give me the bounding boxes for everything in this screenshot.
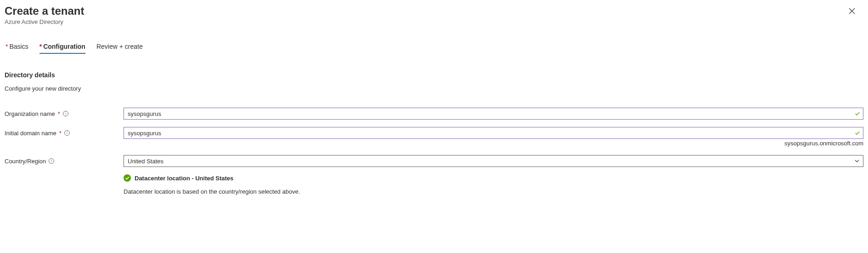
required-indicator: * <box>59 130 62 137</box>
section-description: Configure your new directory <box>5 85 863 92</box>
country-region-select[interactable] <box>124 155 863 167</box>
close-button[interactable] <box>844 6 860 16</box>
close-icon <box>849 8 855 14</box>
info-icon[interactable]: i <box>49 158 54 164</box>
info-icon[interactable]: i <box>64 130 70 136</box>
initial-domain-name-input[interactable] <box>124 127 863 139</box>
tab-configuration[interactable]: *Configuration <box>39 43 85 54</box>
domain-name-helper: sysopsgurus.onmicrosoft.com <box>5 140 863 147</box>
info-icon[interactable]: i <box>63 111 68 116</box>
section-title: Directory details <box>5 71 863 79</box>
datacenter-location-status: Datacenter location - United States <box>135 175 233 182</box>
page-title: Create a tenant <box>5 5 84 17</box>
organization-name-input[interactable] <box>124 108 863 120</box>
tab-review-create[interactable]: Review + create <box>96 43 143 54</box>
required-indicator: * <box>39 43 42 50</box>
country-region-label: Country/Region <box>5 158 46 165</box>
tab-configuration-label: Configuration <box>43 43 85 50</box>
required-indicator: * <box>6 43 8 50</box>
tab-bar: *Basics *Configuration Review + create <box>5 43 863 54</box>
datacenter-location-note: Datacenter location is based on the coun… <box>124 188 863 195</box>
tab-basics[interactable]: *Basics <box>6 43 28 54</box>
page-subtitle: Azure Active Directory <box>5 18 84 25</box>
organization-name-label: Organization name <box>5 110 55 117</box>
tab-review-label: Review + create <box>96 43 143 50</box>
success-icon <box>124 174 131 182</box>
tab-basics-label: Basics <box>9 43 28 50</box>
svg-point-0 <box>124 174 131 182</box>
required-indicator: * <box>58 110 60 117</box>
initial-domain-name-label: Initial domain name <box>5 130 56 137</box>
